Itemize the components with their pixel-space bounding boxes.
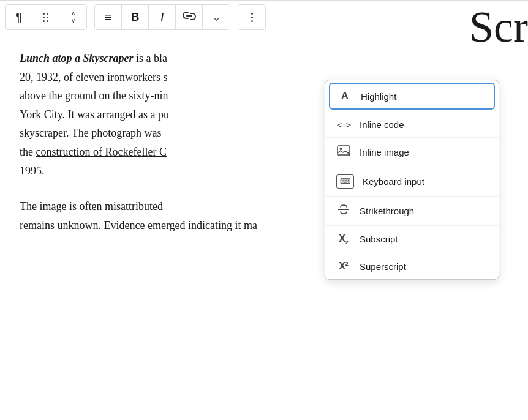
- paragraph1-text-1: is a bla 20, 1932, of eleven ironworkers…: [20, 52, 169, 177]
- options-button[interactable]: [238, 5, 265, 29]
- paragraph-icon: ¶: [15, 10, 22, 24]
- inline-code-icon: < >: [336, 120, 351, 130]
- keyboard-input-label: Keyboard input: [363, 176, 424, 187]
- link-button[interactable]: [176, 5, 203, 29]
- superscript-icon: X2: [336, 261, 351, 272]
- dots-grid-icon: [43, 13, 48, 22]
- superscript-label: Superscript: [360, 261, 406, 272]
- strikethrough-icon: [336, 204, 351, 218]
- menu-item-inline-image[interactable]: Inline image: [325, 138, 499, 167]
- link-icon: [183, 11, 196, 24]
- menu-item-superscript[interactable]: X2 Superscript: [325, 253, 499, 279]
- more-inline-button[interactable]: ⌄: [203, 5, 230, 29]
- subscript-label: Subscript: [360, 234, 398, 244]
- dropdown-menu: A Highlight < > Inline code Inline image…: [325, 80, 499, 280]
- inline-image-label: Inline image: [360, 147, 409, 157]
- menu-item-highlight[interactable]: A Highlight: [329, 83, 495, 110]
- italic-icon: I: [160, 10, 164, 24]
- bold-italic-title: Lunch atop a Skyscraper: [20, 52, 134, 64]
- reorder-button[interactable]: ∧ ∨: [59, 5, 86, 29]
- menu-item-keyboard-input[interactable]: ⌨ Keyboard input: [325, 167, 499, 197]
- chevron-down-icon: ⌄: [212, 10, 221, 24]
- strikethrough-label: Strikethrough: [360, 206, 414, 216]
- toolbar-group-format: ≡ B I ⌄: [94, 4, 230, 30]
- bold-icon: B: [131, 10, 140, 24]
- menu-item-subscript[interactable]: X2 Subscript: [325, 226, 499, 253]
- align-button[interactable]: ≡: [95, 5, 122, 29]
- inline-code-label: Inline code: [360, 119, 404, 130]
- toolbar-group-extra: [238, 4, 266, 30]
- menu-item-strikethrough[interactable]: Strikethrough: [325, 197, 499, 226]
- italic-button[interactable]: I: [149, 5, 176, 29]
- align-icon: ≡: [105, 10, 112, 24]
- vertical-dots-icon: [251, 13, 253, 22]
- bold-button[interactable]: B: [122, 5, 149, 29]
- body-text: Lunch atop a Skyscraper is a bla 20, 193…: [20, 49, 338, 234]
- subscript-icon: X2: [336, 233, 351, 246]
- paragraph2-text: The image is often misattributed remains…: [20, 200, 257, 231]
- toolbar: ¶ ∧ ∨ ≡ B I: [0, 0, 528, 34]
- toolbar-group-main: ¶ ∧ ∨: [5, 4, 87, 30]
- inline-image-icon: [336, 145, 351, 159]
- menu-item-inline-code[interactable]: < > Inline code: [325, 112, 499, 138]
- highlight-label: Highlight: [361, 91, 396, 102]
- highlight-icon: A: [338, 90, 352, 102]
- move-button[interactable]: [32, 5, 59, 29]
- arrows-icon: ∧ ∨: [71, 10, 75, 24]
- svg-point-2: [340, 148, 342, 150]
- keyboard-input-icon: ⌨: [336, 174, 354, 189]
- paragraph-button[interactable]: ¶: [6, 5, 32, 29]
